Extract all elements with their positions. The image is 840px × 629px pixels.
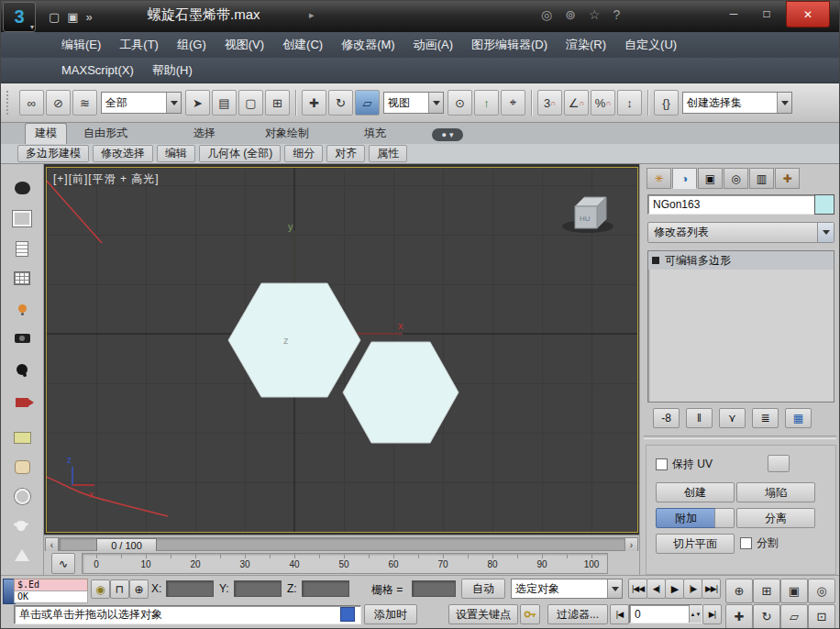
collapse-button[interactable]: 塌陷 [736, 482, 815, 502]
ribbon-panel-polygon-modeling[interactable]: 多边形建模 [17, 145, 89, 162]
create-button[interactable]: 创建 [656, 482, 735, 502]
mini-listener-line[interactable]: OK [14, 590, 88, 603]
create-tab[interactable]: ✳ [647, 168, 671, 189]
keep-uv-checkbox[interactable]: 保持 UV [656, 457, 713, 472]
ribbon-tab-object-paint[interactable]: 对象绘制 [256, 124, 318, 144]
angle-snap-toggle-icon[interactable]: ∠∩ [564, 90, 589, 116]
display-tab[interactable]: ▥ [749, 168, 774, 189]
ribbon-panel-subdivision[interactable]: 细分 [284, 145, 323, 162]
pin-stack-button[interactable]: -8 [653, 408, 680, 428]
key-mode-icon[interactable] [520, 604, 540, 624]
spline-curve-bottom[interactable] [47, 476, 168, 516]
zoom-all-icon[interactable]: ⊞ [753, 579, 780, 603]
combo-arrow-icon[interactable] [817, 223, 834, 242]
set-key-button[interactable]: 设置关键点 [448, 604, 518, 624]
hexagon-ngon-2[interactable] [343, 342, 459, 443]
bind-to-space-warp-icon[interactable]: ≋ [72, 90, 97, 116]
toolbar-grip[interactable] [6, 91, 13, 115]
pot-icon[interactable] [1, 175, 43, 201]
viewport-label[interactable]: [+][前][平滑 + 高光] [53, 171, 160, 187]
spinner-snap-toggle-icon[interactable]: ↕ [617, 90, 642, 116]
reference-coordinate-system-combo[interactable]: 视图 [383, 92, 444, 114]
y-coordinate-field[interactable] [234, 580, 282, 597]
isolate-selection-icon[interactable]: ◉ [91, 579, 110, 599]
utilities-tab[interactable]: ✚ [775, 168, 800, 189]
menu-help[interactable]: 帮助(H) [143, 58, 202, 83]
grid-size-field[interactable] [412, 580, 456, 597]
edit-named-selection-sets-icon[interactable]: {} [654, 90, 679, 116]
macro-recorder-line[interactable]: $.Ed [14, 579, 88, 591]
video-camera-icon[interactable] [1, 390, 43, 415]
motion-tab[interactable]: ◎ [724, 168, 748, 189]
combo-arrow-icon[interactable] [607, 579, 622, 598]
rounded-rect-icon[interactable] [1, 454, 43, 480]
minimize-button[interactable]: ─ [718, 3, 749, 25]
select-and-move-icon[interactable]: ✚ [302, 90, 326, 116]
menu-group[interactable]: 组(G) [168, 32, 216, 58]
zoom-extents-icon[interactable]: ▣ [780, 579, 808, 603]
key-filters-button[interactable]: 过滤器... [547, 604, 608, 624]
camera-icon[interactable] [1, 326, 43, 351]
track-bar-ruler[interactable]: 0 10 20 30 40 50 60 70 80 90 100 [82, 553, 608, 574]
snaps-toggle-icon[interactable]: 3∩ [537, 90, 562, 116]
selection-filter-combo[interactable]: 全部 [101, 92, 182, 114]
selection-lock-icon[interactable]: ⊓ [110, 579, 129, 599]
community-icon[interactable]: ⊚ [565, 7, 576, 22]
ribbon-tab-modeling[interactable]: 建模 [25, 123, 67, 144]
teapot-icon[interactable] [1, 513, 43, 538]
previous-frame-button[interactable]: ◀| [647, 579, 666, 599]
select-and-rotate-icon[interactable]: ↻ [328, 90, 353, 116]
plug-icon[interactable] [1, 295, 43, 321]
time-slider-handle[interactable]: 0 / 100 [96, 538, 157, 552]
keep-uv-settings-button[interactable] [768, 455, 790, 472]
configure-modifier-sets-button[interactable]: ▦ [785, 408, 812, 428]
menu-animation[interactable]: 动画(A) [404, 32, 462, 58]
communication-center-icon[interactable] [340, 607, 355, 622]
ribbon-minimize-toggle[interactable]: ● ▾ [432, 128, 463, 141]
menu-rendering[interactable]: 渲染(R) [557, 32, 615, 58]
menu-tools[interactable]: 工具(T) [110, 32, 168, 58]
detach-button[interactable]: 分离 [736, 508, 815, 528]
pan-view-icon[interactable]: ✚ [725, 604, 753, 629]
play-button[interactable]: ▶ [665, 579, 684, 599]
select-and-place-icon[interactable]: ↑ [474, 90, 499, 116]
stack-item-editable-poly[interactable]: 可编辑多边形 [648, 251, 834, 270]
menu-customize[interactable]: 自定义(U) [615, 32, 686, 58]
go-to-end-button[interactable]: ▶▶| [702, 579, 721, 599]
use-pivot-point-center-icon[interactable]: ⊙ [448, 90, 472, 116]
time-slider-next-icon[interactable]: › [624, 537, 638, 552]
make-unique-button[interactable]: ⋎ [719, 408, 746, 428]
x-coordinate-field[interactable] [166, 580, 214, 597]
lamp-icon[interactable] [1, 357, 43, 382]
select-and-manipulate-icon[interactable]: ⌖ [501, 90, 525, 116]
spline-curve-top[interactable] [47, 179, 102, 243]
object-color-swatch[interactable] [814, 194, 834, 215]
window-crossing-icon[interactable]: ⊞ [265, 90, 290, 116]
modifier-stack-list[interactable]: 可编辑多边形 [647, 250, 834, 403]
add-time-tag-button[interactable]: 添加时 [364, 604, 417, 624]
zoom-icon[interactable]: ⊕ [725, 579, 753, 603]
combo-arrow-icon[interactable] [166, 93, 181, 113]
menu-graph-editors[interactable]: 图形编辑器(D) [462, 32, 557, 58]
combo-arrow-icon[interactable] [428, 93, 443, 113]
select-by-name-icon[interactable]: ▤ [212, 90, 237, 116]
step-back-button[interactable]: |◀ [610, 604, 629, 624]
ribbon-panel-geometry-all[interactable]: 几何体 (全部) [199, 145, 281, 162]
next-frame-button[interactable]: |▶ [683, 579, 702, 599]
split-checkbox[interactable]: 分割 [740, 535, 779, 551]
maximize-button[interactable]: □ [751, 3, 782, 25]
menu-create[interactable]: 创建(C) [273, 32, 332, 58]
close-button[interactable]: ✕ [786, 1, 830, 28]
combo-arrow-icon[interactable] [777, 93, 791, 113]
key-selection-set-combo[interactable]: 选定对象 [511, 579, 623, 599]
grid-icon[interactable] [1, 265, 43, 291]
hexagon-ngon-1[interactable] [228, 283, 360, 397]
cone-icon[interactable] [1, 542, 43, 568]
attach-button[interactable]: 附加 [656, 508, 716, 528]
maximize-viewport-icon[interactable]: ⊡ [808, 604, 835, 629]
menu-modifiers[interactable]: 修改器(M) [332, 32, 404, 58]
select-object-icon[interactable]: ➤ [185, 90, 210, 116]
new-scene-icon[interactable]: ▢ [49, 10, 60, 24]
panel-splitter[interactable] [644, 436, 836, 439]
unlink-selection-icon[interactable]: ⊘ [46, 90, 71, 116]
